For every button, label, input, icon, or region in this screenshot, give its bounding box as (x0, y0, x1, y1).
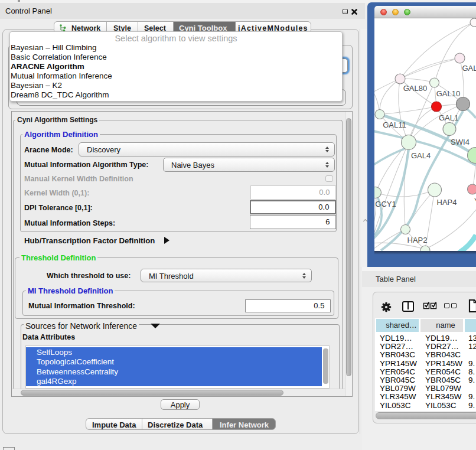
svg-text:GAL4: GAL4 (411, 151, 431, 160)
svg-text:GAL10: GAL10 (436, 89, 460, 98)
svg-text:SWI4: SWI4 (451, 138, 470, 146)
svg-text:GAL11: GAL11 (383, 120, 406, 129)
svg-text:GCY1: GCY1 (375, 200, 396, 208)
svg-text:HAP2: HAP2 (407, 236, 428, 244)
svg-text:GAL80: GAL80 (403, 84, 427, 93)
svg-text:HAP4: HAP4 (437, 198, 457, 207)
svg-text:GAL1: GAL1 (439, 113, 458, 122)
svg-text:GAL2: GAL2 (462, 64, 476, 73)
